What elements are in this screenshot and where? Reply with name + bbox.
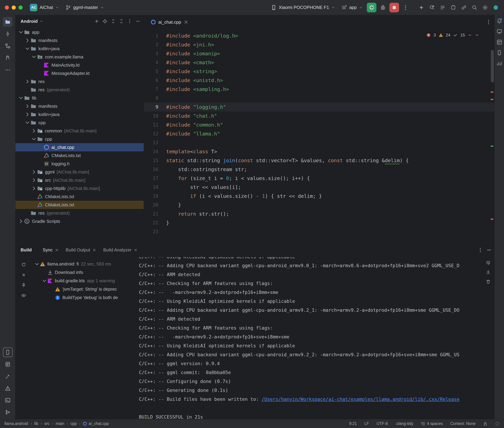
tree-item-cmakelists-txt[interactable]: CMakeLists.txt [16, 201, 144, 209]
pull-requests-icon[interactable] [3, 53, 13, 63]
code-line-18[interactable]: 18 str << values[i]; [144, 183, 494, 192]
rerun-button[interactable] [367, 3, 376, 12]
links-icon[interactable] [459, 3, 469, 12]
problems-icon[interactable] [3, 383, 13, 393]
editor-scrollbar[interactable] [490, 29, 494, 243]
code-line-8[interactable]: 8 [144, 94, 494, 103]
logcat-icon[interactable] [3, 360, 13, 369]
code-line-6[interactable]: 6#include <unistd.h> [144, 76, 494, 85]
code-line-2[interactable]: 2#include <jni.h> [144, 40, 494, 49]
chevron-right-icon[interactable] [24, 37, 31, 43]
chevron-right-icon[interactable] [18, 218, 24, 224]
emulator-icon[interactable] [495, 49, 503, 57]
tree-item-manifests[interactable]: manifests [16, 36, 144, 45]
code-line-12[interactable]: 12#include "llama.h" [144, 129, 494, 138]
tree-item-jvmtarget-string-is-deprec[interactable]: 'jvmTarget: String' is deprec [32, 285, 136, 293]
refresh-icon[interactable] [20, 261, 27, 268]
build-options-icon[interactable] [477, 246, 484, 254]
build-console[interactable]: C/C++: -- Using KleidiAI optimized kerne… [136, 257, 494, 419]
breadcrumb-item-src[interactable]: src [44, 421, 50, 426]
context-widget[interactable]: Context: None [450, 421, 476, 426]
breadcrumb-item-lib[interactable]: lib [34, 421, 38, 426]
tree-item-logging-h[interactable]: Hlogging.h [16, 160, 144, 168]
app-insights-icon[interactable] [495, 60, 503, 67]
code-line-16[interactable]: 16 std::ostringstream str; [144, 165, 494, 174]
code-line-21[interactable]: 21 return str.str(); [144, 209, 494, 218]
project-view-mode[interactable]: Android [21, 19, 38, 24]
editor-tab-ai-chat-cpp[interactable]: ai_chat.cpp [148, 15, 192, 29]
cursor-position[interactable]: 9:21 [349, 421, 357, 426]
chevron-down-icon[interactable] [31, 136, 37, 142]
code-line-22[interactable]: 22} [144, 218, 494, 227]
error-stripe-mark[interactable] [491, 91, 493, 93]
tree-item-cmakelists-txt[interactable]: CMakeLists.txt [16, 192, 144, 201]
code-line-19[interactable]: 19 if (i < values.size() - 1) { str << d… [144, 192, 494, 201]
code-line-20[interactable]: 20 } [144, 201, 494, 209]
chevron-right-icon[interactable] [24, 111, 31, 117]
more-run-actions-button[interactable] [401, 3, 410, 12]
close-window-button[interactable] [5, 6, 9, 10]
chevron-down-icon[interactable] [24, 46, 31, 52]
change-stripe-mark[interactable] [491, 146, 493, 147]
clear-icon[interactable] [485, 278, 492, 286]
chevron-down-icon[interactable] [39, 19, 43, 23]
close-tab-icon[interactable] [134, 248, 138, 252]
pin-icon[interactable] [20, 281, 27, 289]
tree-item-gradle-scripts[interactable]: GGradle Scripts [16, 217, 144, 225]
build-output-link[interactable]: /Users/hanyin/Workspace/ai-chat/examples… [262, 396, 459, 402]
error-stripe-mark[interactable] [491, 99, 493, 100]
ai-actions-icon[interactable] [417, 3, 426, 12]
chevron-down-icon[interactable] [42, 278, 47, 284]
search-actions-icon[interactable] [427, 3, 437, 12]
tree-item-cmakelists-txt[interactable]: CMakeLists.txt [16, 151, 144, 160]
linter[interactable]: .clang-tidy [395, 421, 413, 426]
code-line-4[interactable]: 4#include <cmath> [144, 58, 494, 67]
tree-item-download-info[interactable]: Download info [32, 268, 136, 277]
expand-all-icon[interactable] [109, 17, 117, 25]
close-tab-icon[interactable] [92, 248, 96, 252]
file-encoding[interactable]: UTF-8 [376, 421, 388, 426]
debug-button[interactable] [378, 3, 388, 12]
tree-item-kotlin-java[interactable]: kotlin+java [16, 45, 144, 53]
chevron-down-icon[interactable] [18, 95, 24, 101]
tree-item-cpp[interactable]: cpp [16, 135, 144, 143]
todo-icon[interactable] [438, 3, 447, 12]
chevron-right-icon[interactable] [31, 128, 37, 134]
tab-build-analyzer[interactable]: Build Analyzer [100, 243, 141, 257]
breadcrumb-item-llama-android[interactable]: llama.android [4, 421, 28, 426]
device-selector[interactable]: Xiaomi POCOPHONE F1 [269, 2, 337, 13]
project-widget[interactable]: AC AiChat [27, 2, 61, 13]
add-icon[interactable] [93, 17, 101, 25]
locate-icon[interactable] [101, 17, 109, 25]
vcs-branch-widget[interactable]: ggml-master [63, 2, 106, 13]
hide-icon[interactable] [134, 17, 142, 25]
code-line-9[interactable]: 9#include "logging.h" [144, 103, 494, 112]
next-issue-icon[interactable] [475, 33, 479, 37]
suspend-icon[interactable] [20, 271, 27, 279]
soft-wrap-icon[interactable] [485, 259, 492, 266]
tree-item-cpp-httplib[interactable]: cpp-httplib[AiChat.lib.main] [16, 184, 144, 192]
breadcrumb-item-ai-chat-cpp[interactable]: ai_chat.cpp [83, 421, 109, 426]
tree-item-app[interactable]: app [16, 28, 144, 36]
tree-item-manifests[interactable]: manifests [16, 102, 144, 110]
scroll-end-icon[interactable] [485, 268, 492, 276]
chevron-right-icon[interactable] [24, 78, 31, 85]
tree-item-buildtype-debug-is-both-de[interactable]: BuildType 'debug' is both de [32, 293, 136, 302]
chevron-right-icon[interactable] [24, 103, 31, 109]
more-icon[interactable] [3, 65, 13, 75]
code-line-7[interactable]: 7#include <sampling.h> [144, 85, 494, 94]
tree-item-res[interactable]: res [16, 77, 144, 86]
breadcrumb-item-main[interactable]: main [56, 421, 64, 426]
inspections-widget[interactable]: 3 24 15 [425, 32, 481, 38]
layout-inspector-icon[interactable] [495, 38, 503, 46]
structure-icon[interactable] [3, 41, 13, 51]
build-icon[interactable] [3, 371, 13, 381]
tree-item-messageadapter-kt[interactable]: MessageAdapter.kt [16, 69, 144, 77]
inspections-toggle[interactable] [495, 421, 500, 426]
breadcrumb-item-cpp[interactable]: cpp [70, 421, 77, 426]
minimize-window-button[interactable] [12, 6, 16, 10]
previous-issue-icon[interactable] [468, 33, 472, 37]
hide-build-panel-icon[interactable] [485, 246, 493, 254]
code-line-17[interactable]: 17 for (size_t i = 0; i < values.size();… [144, 174, 494, 183]
stop-button[interactable] [389, 3, 399, 12]
